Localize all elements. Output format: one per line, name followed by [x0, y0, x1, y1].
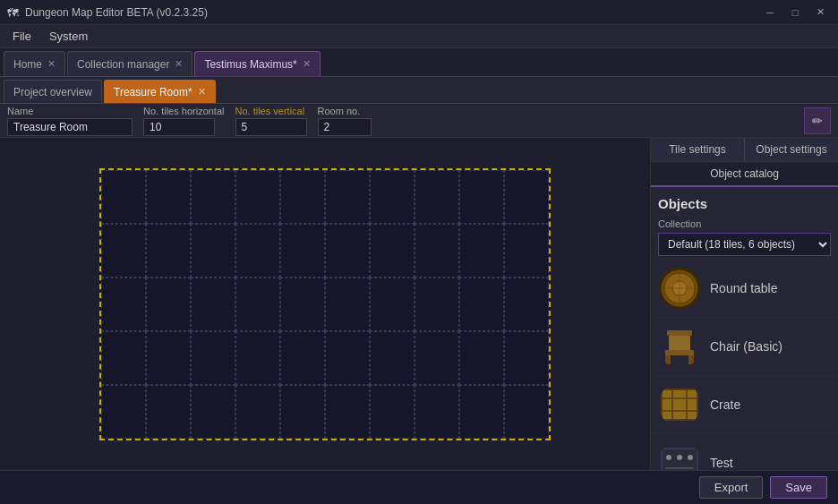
tab-home-close[interactable]: ✕: [47, 58, 56, 70]
field-room-group: Room no.: [318, 106, 372, 136]
grid-cell[interactable]: [504, 170, 549, 224]
grid-cell[interactable]: [459, 385, 504, 439]
grid-cell[interactable]: [101, 331, 146, 385]
grid-cell[interactable]: [370, 385, 415, 439]
draw-tool-button[interactable]: ✏: [804, 107, 831, 134]
grid-cell[interactable]: [415, 278, 459, 331]
grid-cell[interactable]: [235, 170, 280, 224]
menu-bar: File System: [0, 25, 838, 48]
sub-tab-treasure-close[interactable]: ✕: [198, 86, 206, 98]
grid-cell[interactable]: [370, 170, 415, 224]
grid-cell[interactable]: [146, 170, 191, 224]
panel-header: Tile settings Object settings Object cat…: [651, 138, 838, 187]
list-item[interactable]: Round table: [651, 260, 838, 318]
collection-select[interactable]: Default (18 tiles, 6 objects): [658, 233, 831, 256]
toolbar-right: ✏: [804, 107, 831, 134]
grid-cell[interactable]: [325, 278, 370, 331]
grid-cell[interactable]: [325, 385, 370, 439]
sub-tab-treasure-room[interactable]: Treasure Room* ✕: [104, 80, 216, 103]
panel-top-tabs: Tile settings Object settings: [651, 138, 838, 162]
grid-cell[interactable]: [146, 278, 191, 331]
grid-cell[interactable]: [415, 224, 459, 278]
grid-cell[interactable]: [370, 278, 415, 331]
grid-cell[interactable]: [325, 170, 370, 224]
svg-rect-6: [669, 336, 690, 352]
grid-cell[interactable]: [370, 224, 415, 278]
canvas-area[interactable]: [0, 138, 650, 470]
grid-cell[interactable]: [459, 331, 504, 385]
grid-cell[interactable]: [146, 331, 191, 385]
field-name-group: Name: [7, 106, 133, 136]
object-icon-chair: [658, 325, 701, 368]
field-room-input[interactable]: [318, 118, 372, 136]
tab-collection-manager[interactable]: Collection manager ✕: [67, 51, 192, 76]
sub-tab-project-overview[interactable]: Project overview: [4, 80, 102, 103]
app-title: Dungeon Map Editor BETA (v0.2.3.25): [25, 6, 759, 19]
menu-file[interactable]: File: [4, 28, 40, 45]
grid-cell[interactable]: [459, 278, 504, 331]
tab-collection-manager-close[interactable]: ✕: [175, 58, 183, 70]
grid-cell[interactable]: [146, 224, 191, 278]
grid-cell[interactable]: [459, 170, 504, 224]
menu-system[interactable]: System: [40, 28, 97, 45]
grid-cell[interactable]: [235, 331, 280, 385]
grid-cell[interactable]: [101, 385, 146, 439]
panel-object-settings-tab[interactable]: Object settings: [745, 138, 838, 161]
minimize-button[interactable]: ─: [759, 4, 781, 21]
object-icon-test: [658, 441, 701, 470]
grid-cell[interactable]: [415, 170, 459, 224]
tab-testimus-maximus[interactable]: Testimus Maximus* ✕: [194, 51, 320, 76]
maximize-button[interactable]: □: [784, 4, 806, 21]
panel-objects-section: Objects Collection Default (18 tiles, 6 …: [651, 187, 838, 260]
grid-cell[interactable]: [235, 224, 280, 278]
grid-cell[interactable]: [415, 385, 459, 439]
grid-cell[interactable]: [415, 331, 459, 385]
window-controls: ─ □ ✕: [759, 4, 831, 21]
grid-cell[interactable]: [504, 385, 549, 439]
grid-cell[interactable]: [325, 224, 370, 278]
grid-cell[interactable]: [191, 170, 235, 224]
tab-home[interactable]: Home ✕: [4, 51, 65, 76]
close-button[interactable]: ✕: [809, 4, 831, 21]
grid-cell[interactable]: [280, 278, 325, 331]
list-item[interactable]: Test: [651, 434, 838, 470]
grid-cell[interactable]: [280, 224, 325, 278]
grid-cell[interactable]: [325, 331, 370, 385]
field-vertical-input[interactable]: [235, 118, 307, 136]
field-horizontal-input[interactable]: [143, 118, 215, 136]
object-name: Chair (Basic): [710, 339, 782, 354]
grid-cell[interactable]: [280, 331, 325, 385]
fields-row: Name No. tiles horizontal No. tiles vert…: [0, 104, 838, 138]
grid-cell[interactable]: [191, 331, 235, 385]
svg-point-17: [677, 455, 682, 460]
grid-cell[interactable]: [280, 385, 325, 439]
grid-cell[interactable]: [370, 331, 415, 385]
list-item[interactable]: Crate: [651, 376, 838, 434]
object-name: Crate: [710, 397, 740, 412]
panel-tile-settings-tab[interactable]: Tile settings: [651, 138, 745, 161]
grid-cell[interactable]: [504, 224, 549, 278]
main-tab-bar: Home ✕ Collection manager ✕ Testimus Max…: [0, 48, 838, 77]
list-item[interactable]: Chair (Basic): [651, 318, 838, 376]
grid-container[interactable]: [99, 168, 551, 440]
grid-cell[interactable]: [504, 278, 549, 331]
grid-cell[interactable]: [459, 224, 504, 278]
grid-cell[interactable]: [504, 331, 549, 385]
grid-cell[interactable]: [101, 224, 146, 278]
grid-cell[interactable]: [191, 385, 235, 439]
grid-cell[interactable]: [235, 278, 280, 331]
grid-cell[interactable]: [280, 170, 325, 224]
field-name-input[interactable]: [7, 118, 133, 136]
grid-cell[interactable]: [191, 278, 235, 331]
grid-cell[interactable]: [235, 385, 280, 439]
export-button[interactable]: Export: [699, 476, 764, 499]
grid-cell[interactable]: [146, 385, 191, 439]
grid-cell[interactable]: [101, 170, 146, 224]
field-name-label: Name: [7, 106, 133, 116]
grid-cell[interactable]: [191, 224, 235, 278]
panel-catalog-tab[interactable]: Object catalog: [651, 162, 838, 187]
tab-testimus-close[interactable]: ✕: [303, 58, 311, 70]
grid-cell[interactable]: [101, 278, 146, 331]
save-button[interactable]: Save: [770, 476, 827, 499]
collection-label: Collection: [658, 218, 831, 229]
